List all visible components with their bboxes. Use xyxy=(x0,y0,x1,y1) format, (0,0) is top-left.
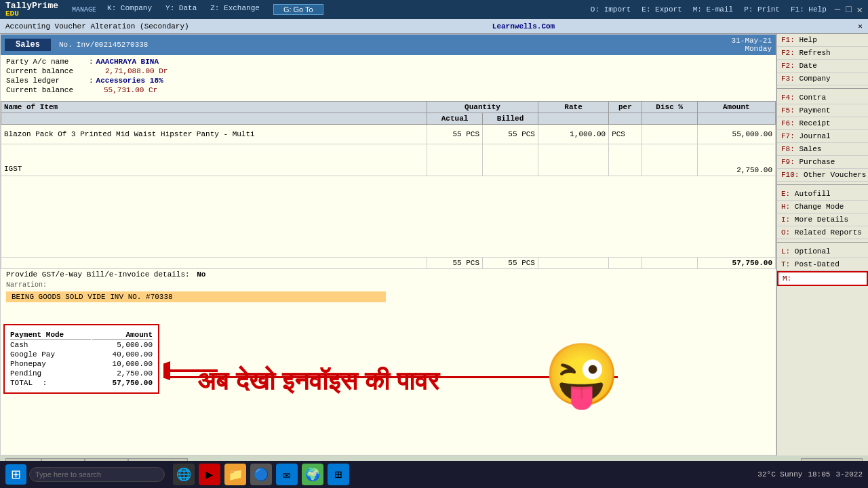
menu-import[interactable]: O: Import xyxy=(591,5,631,14)
hindi-overlay-text: अब देखो इनवॉइस की पावर xyxy=(197,367,439,396)
right-btn-receipt-modes[interactable]: M: Receipt Modes xyxy=(777,271,868,286)
divider1 xyxy=(777,88,868,89)
voucher-number-label: No. xyxy=(59,41,73,49)
item-per: PCS xyxy=(609,125,642,144)
table-header: Name of Item Quantity Rate per Disc % Am… xyxy=(1,102,776,113)
taskbar-app-mail[interactable]: ✉ xyxy=(276,464,298,485)
being-text: BEING GOODS SOLD VIDE INV NO. #70338 xyxy=(6,291,386,302)
payment-total-row: TOTAL : 57,750.00 xyxy=(10,379,153,387)
menu-company[interactable]: K: Company xyxy=(107,4,152,15)
item-table: Name of Item Quantity Rate per Disc % Am… xyxy=(1,101,776,269)
label-refresh: Refresh xyxy=(799,49,830,57)
right-btn-optional[interactable]: L: Optional xyxy=(777,245,868,258)
menu-email[interactable]: M: E-mail xyxy=(693,5,733,14)
manage-label: MANAGE xyxy=(72,6,96,14)
menu-data[interactable]: Y: Data xyxy=(165,4,197,15)
voucher-type: Sales xyxy=(5,39,51,51)
payment-mode-cash: Cash xyxy=(10,341,91,349)
title-left: Accounting Voucher Alteration (Secondary… xyxy=(5,22,189,30)
taskbar-app-chrome2[interactable]: 🌍 xyxy=(302,464,323,485)
right-btn-journal[interactable]: F7: Journal xyxy=(777,130,868,143)
label-receipt: Receipt xyxy=(799,119,830,127)
gst-value: No xyxy=(197,270,205,279)
taskbar-app-files[interactable]: 📁 xyxy=(224,464,246,485)
payment-row-pending: Pending 2,750.00 xyxy=(10,369,153,378)
taskbar-search-input[interactable] xyxy=(29,467,165,482)
right-btn-related-reports[interactable]: O: Related Reports xyxy=(777,226,868,239)
title-close-btn[interactable]: ✕ xyxy=(858,22,863,30)
right-btn-other-vouchers[interactable]: F10: Other Vouchers xyxy=(777,169,868,182)
taskbar-app-chrome[interactable]: 🌐 xyxy=(173,464,195,485)
right-btn-payment[interactable]: F5: Payment xyxy=(777,104,868,117)
key-f10: F10: xyxy=(781,171,799,179)
close-button[interactable]: ✕ xyxy=(857,4,863,16)
edu-label: EDU xyxy=(5,10,58,18)
total-actual: 55 PCS xyxy=(427,258,483,269)
table-totals: 55 PCS 55 PCS 57,750.00 xyxy=(1,258,776,269)
start-button[interactable]: ⊞ xyxy=(5,464,26,485)
label-help: Help xyxy=(799,36,816,44)
table-subheader: Actual Billed xyxy=(1,113,776,125)
taskbar-app-win[interactable]: ⊞ xyxy=(328,464,349,485)
total-amount: 57,750.00 xyxy=(697,258,775,269)
right-btn-autofill[interactable]: E: Autofill xyxy=(777,188,868,201)
right-btn-receipt[interactable]: F6: Receipt xyxy=(777,117,868,130)
item-amount: 55,000.00 xyxy=(697,125,775,144)
key-f8: F8: xyxy=(781,145,795,153)
right-btn-purchase[interactable]: F9: Purchase xyxy=(777,156,868,169)
divider2 xyxy=(777,184,868,185)
label-change-mode: Change Mode xyxy=(795,203,844,211)
col-billed: Billed xyxy=(483,113,538,125)
gst-label: Provide GST/e-Way Bill/e-Invoice details… xyxy=(6,270,190,279)
label-more-details: More Details xyxy=(795,216,848,224)
menu-export[interactable]: E: Export xyxy=(642,5,682,14)
voucher-date: 31-May-21 Monday xyxy=(732,37,772,53)
label-other-vouchers: Other Vouchers xyxy=(804,171,866,179)
col-actual: Actual xyxy=(427,113,483,125)
goto-button[interactable]: G: Go To xyxy=(273,4,323,15)
taskbar-app-youtube[interactable]: ▶ xyxy=(199,464,220,485)
sales-ledger-row: Sales ledger : Accessories 18% xyxy=(6,77,770,85)
form-area: Party A/c name : AAACHRAYA BINA Current … xyxy=(1,55,776,98)
party-balance: 2,71,088.00 Dr xyxy=(105,67,167,75)
payment-mode-googlepay: Google Pay xyxy=(10,350,91,359)
taskbar-app-browser2[interactable]: 🔵 xyxy=(250,464,272,485)
right-btn-refresh[interactable]: F1: Help xyxy=(777,34,868,47)
title-bar: Accounting Voucher Alteration (Secondary… xyxy=(0,19,868,34)
sales-ledger-label: Sales ledger xyxy=(6,77,87,85)
label-date: Date xyxy=(799,62,816,70)
right-btn-refresh[interactable]: F2: Refresh xyxy=(777,47,868,60)
item-billed-qty: 55 PCS xyxy=(483,125,538,144)
total-disc xyxy=(642,258,697,269)
label-receipt-modes: Receipt Modes xyxy=(796,274,854,283)
col-disc: Disc % xyxy=(642,102,697,113)
content-area: Sales No. Inv/002145270338 31-May-21 Mon… xyxy=(0,34,776,455)
maximize-button[interactable]: □ xyxy=(846,4,851,16)
minimize-button[interactable]: ─ xyxy=(835,4,840,16)
total-label xyxy=(1,258,427,269)
right-btn-company[interactable]: F3: Company xyxy=(777,73,868,85)
igst-disc xyxy=(642,144,697,176)
menu-help[interactable]: F1: Help xyxy=(791,5,827,14)
key-f7: F7: xyxy=(781,132,795,140)
right-btn-more-details[interactable]: I: More Details xyxy=(777,214,868,226)
right-btn-date[interactable]: F2: Date xyxy=(777,60,868,73)
app-logo: TallyPrime EDU xyxy=(5,1,58,18)
payment-row-googlepay: Google Pay 40,000.00 xyxy=(10,350,153,359)
right-btn-sales[interactable]: F8: Sales xyxy=(777,143,868,156)
key-h: H: xyxy=(781,203,790,211)
payment-amount-pending: 2,750.00 xyxy=(92,369,153,378)
key-f4: F4: xyxy=(781,94,795,102)
menu-print[interactable]: P: Print xyxy=(744,5,780,14)
right-btn-change-mode[interactable]: H: Change Mode xyxy=(777,201,868,214)
taskbar-apps: 🌐 ▶ 📁 🔵 ✉ 🌍 ⊞ xyxy=(173,464,349,485)
party-row: Party A/c name : AAACHRAYA BINA xyxy=(6,58,770,66)
total-billed: 55 PCS xyxy=(483,258,538,269)
menu-exchange[interactable]: Z: Exchange xyxy=(210,4,260,15)
right-btn-post-dated[interactable]: T: Post-Dated xyxy=(777,258,868,271)
right-btn-contra[interactable]: F4: Contra xyxy=(777,92,868,104)
payment-amount-phonepay: 10,000.00 xyxy=(92,360,153,368)
taskbar-right: 32°C Sunny 18:05 3-2022 xyxy=(757,470,863,479)
taskbar-weather: 32°C Sunny xyxy=(757,470,802,479)
item-disc xyxy=(642,125,697,144)
